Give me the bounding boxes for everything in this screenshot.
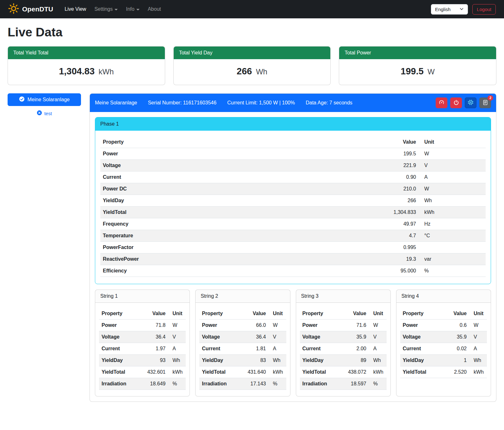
row-property: YieldTotal xyxy=(100,207,291,218)
nav-item-info[interactable]: Info xyxy=(123,4,143,15)
table-row: Voltage 35.9 V xyxy=(300,331,387,343)
string-title: String 4 xyxy=(396,290,491,303)
sun-logo-icon xyxy=(8,3,19,15)
row-value: 199.5 xyxy=(291,148,419,160)
brand[interactable]: OpenDTU xyxy=(8,3,53,15)
row-unit: % xyxy=(369,378,387,390)
row-unit: W xyxy=(419,148,486,160)
column-header-property: Property xyxy=(100,136,291,148)
string-table-body: Power 66.0 W Voltage 36.4 V xyxy=(199,320,286,390)
row-unit: Wh xyxy=(419,195,486,207)
row-value: 1,304.833 xyxy=(291,207,419,218)
table-row: Power DC 210.0 W xyxy=(100,183,486,195)
table-row: Voltage 36.4 V xyxy=(199,331,286,343)
sidebar-item-test[interactable]: test xyxy=(8,110,81,116)
row-value: 17.143 xyxy=(238,378,269,390)
event-log-button[interactable]: 2 xyxy=(479,97,491,108)
table-row: Current 0.02 A xyxy=(400,343,487,355)
nav-links: Live View Settings Info About xyxy=(61,4,164,15)
string-table-body: Power 71.8 W Voltage 36.4 V xyxy=(99,320,186,390)
row-unit xyxy=(419,242,486,253)
summary-card-body: 266 Wh xyxy=(174,59,331,85)
table-row: Current 0.90 A xyxy=(100,171,486,183)
row-unit: kWh xyxy=(369,366,387,378)
device-info-button[interactable] xyxy=(465,97,476,108)
string-table-body: Power 0.6 W Voltage 35.9 V xyxy=(400,320,487,378)
table-row: Current 2.00 A xyxy=(300,343,387,355)
brand-name: OpenDTU xyxy=(22,5,53,13)
table-row: YieldTotal 438.072 kWh xyxy=(300,366,387,378)
row-property: Power xyxy=(100,148,291,160)
row-property: Irradiation xyxy=(300,378,339,390)
row-value: 1.97 xyxy=(138,343,168,355)
string-title: String 1 xyxy=(95,290,190,303)
nav-item-settings[interactable]: Settings xyxy=(91,4,121,15)
table-row: Power 71.6 W xyxy=(300,320,387,331)
table-row: YieldDay 266 Wh xyxy=(100,195,486,207)
table-row: YieldTotal 1,304.833 kWh xyxy=(100,207,486,218)
row-property: Current xyxy=(100,171,291,183)
row-property: Current xyxy=(400,343,442,355)
row-property: Power xyxy=(300,320,339,331)
row-property: YieldTotal xyxy=(99,366,138,378)
inverter-data-age: Data Age: 7 seconds xyxy=(306,100,352,106)
inverter-actions: 2 xyxy=(436,97,491,108)
row-unit: V xyxy=(369,331,387,343)
power-button[interactable] xyxy=(450,97,462,108)
row-value: 95.000 xyxy=(291,265,419,277)
summary-value: 199.5 xyxy=(401,66,424,76)
row-property: Current xyxy=(99,343,138,355)
table-row: Power 66.0 W xyxy=(199,320,286,331)
row-unit: Wh xyxy=(168,355,186,366)
row-unit: A xyxy=(369,343,387,355)
string-title: String 2 xyxy=(196,290,290,303)
nav-item-about[interactable]: About xyxy=(145,4,164,15)
sidebar-item-meine-solaranlage[interactable]: Meine Solaranlage xyxy=(8,93,81,106)
language-select[interactable]: English xyxy=(431,4,468,15)
row-value: 2.520 xyxy=(442,366,469,378)
string-table: Property Value Unit Power xyxy=(300,308,387,390)
row-value: 0.90 xyxy=(291,171,419,183)
limit-settings-button[interactable] xyxy=(436,97,447,108)
nav-item-settings-label: Settings xyxy=(94,6,113,12)
row-value: 93 xyxy=(138,355,168,366)
row-value: 0.02 xyxy=(442,343,469,355)
row-value: 221.9 xyxy=(291,160,419,171)
row-unit: kWh xyxy=(419,207,486,218)
power-icon xyxy=(453,100,459,106)
row-value: 432.601 xyxy=(138,366,168,378)
row-unit: kWh xyxy=(168,366,186,378)
table-row: YieldDay 1 Wh xyxy=(400,355,487,366)
row-property: YieldDay xyxy=(400,355,442,366)
column-header-unit: Unit xyxy=(168,308,186,320)
table-row: PowerFactor 0.995 xyxy=(100,242,486,253)
string-title: String 3 xyxy=(296,290,390,303)
table-row: Efficiency 95.000 % xyxy=(100,265,486,277)
column-header-value: Value xyxy=(138,308,168,320)
row-property: Irradiation xyxy=(199,378,238,390)
nav-item-live-view[interactable]: Live View xyxy=(61,4,89,15)
phase-title: Phase 1 xyxy=(95,117,491,131)
row-property: Voltage xyxy=(400,331,442,343)
inverter-card: Meine Solaranlage Serial Number: 1161716… xyxy=(90,93,496,402)
sidebar-item-label: Meine Solaranlage xyxy=(28,97,70,103)
row-property: YieldDay xyxy=(199,355,238,366)
table-row: Power 71.8 W xyxy=(99,320,186,331)
table-header-row: Property Value Unit xyxy=(300,308,387,320)
table-row: Irradiation 18.597 % xyxy=(300,378,387,390)
string-table: Property Value Unit Power xyxy=(199,308,286,390)
summary-card-body: 1,304.83 kWh xyxy=(8,59,165,85)
row-value: 35.9 xyxy=(339,331,369,343)
logout-button[interactable]: Logout xyxy=(472,4,496,15)
table-row: Voltage 36.4 V xyxy=(99,331,186,343)
table-row: Irradiation 17.143 % xyxy=(199,378,286,390)
row-unit: A xyxy=(269,343,286,355)
row-property: YieldDay xyxy=(100,195,291,207)
row-value: 431.640 xyxy=(238,366,269,378)
summary-card-title: Total Power xyxy=(339,47,496,59)
column-header-property: Property xyxy=(199,308,238,320)
row-property: Efficiency xyxy=(100,265,291,277)
inverter-limit: Current Limit: 1,500 W | 100% xyxy=(227,100,295,106)
table-row: Voltage 35.9 V xyxy=(400,331,487,343)
row-value: 35.9 xyxy=(442,331,469,343)
